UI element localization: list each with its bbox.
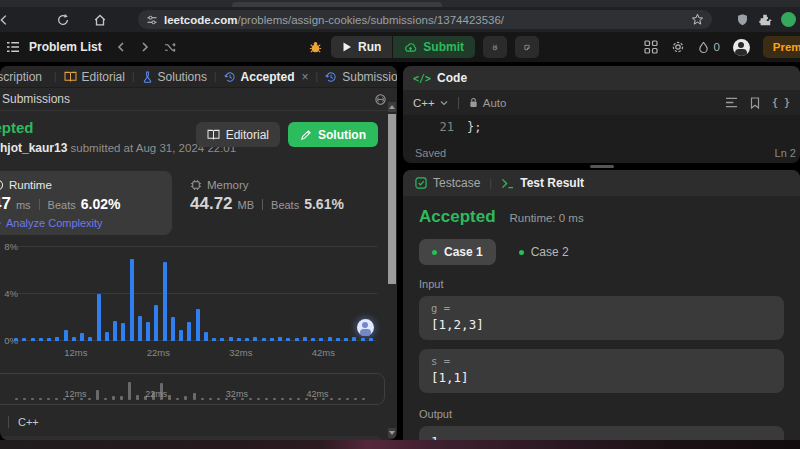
histogram-bar[interactable] [220, 338, 224, 341]
input-field-s[interactable]: s = [1,1] [419, 349, 784, 393]
histogram-bar[interactable] [72, 337, 76, 341]
histogram-bar[interactable] [80, 333, 84, 341]
histogram-bar[interactable] [229, 337, 233, 341]
extensions-puzzle-icon[interactable] [758, 13, 772, 27]
user-runtime-marker[interactable] [357, 319, 374, 336]
histogram-bar[interactable] [253, 337, 257, 341]
submit-button[interactable]: Submit [393, 36, 475, 58]
premium-button[interactable]: Premium [763, 36, 800, 58]
histogram-bar[interactable] [295, 338, 299, 341]
tab-testcase[interactable]: Testcase [415, 176, 480, 190]
tab-submissions[interactable]: Submissions [318, 70, 397, 84]
url-bar[interactable]: leetcode.com/problems/assign-cookies/sub… [138, 10, 712, 29]
histogram-bar[interactable] [204, 332, 208, 341]
reload-icon[interactable] [55, 12, 71, 28]
chart-brush-plot[interactable]: 12ms22ms32ms42ms [15, 376, 370, 400]
bookmark-star-icon[interactable] [691, 13, 704, 26]
histogram-bar[interactable] [31, 338, 35, 341]
histogram-bar[interactable] [105, 332, 109, 341]
histogram-bar[interactable] [22, 338, 26, 341]
histogram-bar[interactable] [212, 338, 216, 341]
histogram-bar[interactable] [154, 305, 158, 341]
left-panel-scrollbar[interactable] [388, 90, 396, 440]
code-editor-body[interactable]: 21 }; [403, 115, 800, 141]
format-lines-icon[interactable] [725, 97, 738, 108]
histogram-bar[interactable] [163, 262, 167, 341]
timer-button[interactable] [483, 36, 507, 58]
case-2-pill[interactable]: Case 2 [506, 239, 582, 265]
chart-brush[interactable]: 12ms22ms32ms42ms [0, 373, 385, 405]
auto-mode-toggle[interactable]: Auto [469, 97, 507, 109]
histogram-bar[interactable] [88, 337, 92, 341]
home-icon[interactable] [92, 12, 108, 28]
histogram-bar[interactable] [237, 338, 241, 341]
settings-gear-icon[interactable] [671, 40, 685, 54]
histogram-bar[interactable] [55, 337, 59, 341]
histogram-bar[interactable] [187, 322, 191, 341]
scroll-up-arrow[interactable] [388, 102, 396, 112]
histogram-bar[interactable] [270, 338, 274, 341]
histogram-bar[interactable] [39, 338, 43, 341]
histogram-bar[interactable] [286, 338, 290, 341]
histogram-bar[interactable] [278, 337, 282, 341]
bookmark-icon[interactable] [750, 97, 760, 109]
histogram-bar[interactable] [64, 330, 68, 341]
histogram-bar[interactable] [311, 338, 315, 341]
histogram-bar[interactable] [361, 338, 365, 341]
histogram-bar[interactable] [47, 338, 51, 341]
histogram-bar[interactable] [14, 338, 18, 341]
histogram-bar[interactable] [179, 330, 183, 341]
histogram-bar[interactable] [319, 338, 323, 341]
user-avatar[interactable] [733, 39, 750, 56]
prev-problem-icon[interactable] [116, 42, 126, 52]
histogram-bar[interactable] [146, 322, 150, 341]
run-button[interactable]: Run [331, 36, 392, 58]
histogram-bar[interactable] [369, 338, 373, 341]
close-tab-icon[interactable]: × [302, 70, 309, 84]
back-icon[interactable] [0, 12, 12, 28]
cursor-position[interactable]: Ln 2 [775, 147, 796, 159]
editorial-button[interactable]: Editorial [196, 122, 280, 147]
tab-accepted[interactable]: Accepted × [217, 70, 316, 84]
histogram-bar[interactable] [196, 309, 200, 341]
submission-user[interactable]: hjot_kaur13 [0, 141, 67, 155]
solution-button[interactable]: Solution [288, 122, 378, 147]
apps-grid-icon[interactable] [644, 40, 658, 54]
histogram-bar[interactable] [245, 338, 249, 341]
scrollbar-thumb[interactable] [388, 114, 396, 284]
runtime-card[interactable]: Runtime 47 ms Beats 6.02% Analyze Comple… [0, 171, 172, 235]
histogram-bar[interactable] [138, 316, 142, 341]
site-info-icon[interactable] [146, 14, 158, 26]
tab-test-result[interactable]: Test Result [501, 176, 584, 190]
tab-editorial[interactable]: Editorial [57, 70, 132, 84]
scroll-down-arrow[interactable] [388, 428, 396, 438]
problem-list-button[interactable]: Problem List [6, 40, 102, 54]
browser-profile-avatar[interactable] [781, 12, 796, 27]
daily-streak[interactable]: 0 [698, 41, 719, 54]
histogram-bar[interactable] [130, 259, 134, 341]
histogram-bar[interactable] [344, 338, 348, 341]
histogram-bar[interactable] [336, 338, 340, 341]
panel-resize-handle[interactable] [590, 165, 614, 168]
histogram-bar[interactable] [328, 337, 332, 341]
url-text[interactable]: leetcode.com/problems/assign-cookies/sub… [164, 14, 504, 26]
notes-button[interactable] [515, 36, 539, 58]
input-field-g[interactable]: g = [1,2,3] [419, 296, 784, 340]
memory-block[interactable]: Memory 44.72 MB Beats 5.61% [190, 179, 344, 214]
histogram-bar[interactable] [97, 294, 101, 341]
histogram-bar[interactable] [171, 317, 175, 341]
next-problem-icon[interactable] [140, 42, 150, 52]
histogram-bar[interactable] [262, 338, 266, 341]
histogram-bar[interactable] [303, 337, 307, 341]
shuffle-icon[interactable] [164, 42, 177, 53]
histogram-bar[interactable] [113, 321, 117, 341]
share-link-icon[interactable] [374, 93, 387, 106]
debugger-icon[interactable] [308, 40, 323, 55]
privacy-shield-icon[interactable] [736, 13, 749, 26]
analyze-complexity-link[interactable]: Analyze Complexity [0, 217, 160, 229]
braces-icon[interactable]: { } [772, 97, 790, 108]
tab-description[interactable]: Description [0, 70, 54, 84]
histogram-bar[interactable] [121, 323, 125, 341]
runtime-chart-plot[interactable]: 0%4%8%12ms22ms32ms42ms [14, 247, 377, 341]
histogram-bar[interactable] [352, 337, 356, 341]
